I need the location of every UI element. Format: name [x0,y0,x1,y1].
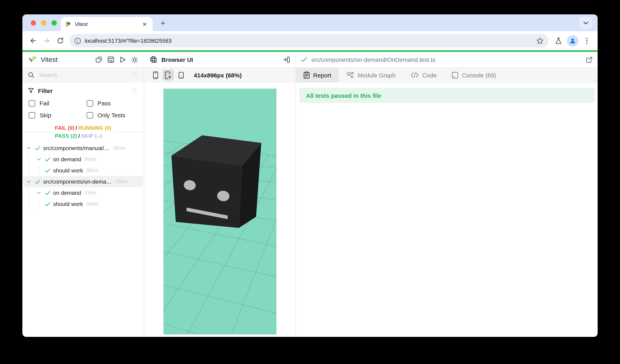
module-graph-icon [346,72,354,79]
stat-skip: SKIP (--) [81,133,102,139]
dashboard-icon[interactable] [108,56,114,63]
screenshot-stage: Vitest ✕ + [0,0,620,364]
back-arrow-icon [30,37,37,44]
code-icon [411,72,419,78]
pass-check-icon [35,146,40,150]
test-file-label: src/components/on-dema… [43,178,112,185]
test-suite-label: on demand [53,189,81,196]
filter-checkbox-skip[interactable]: Skip [29,112,87,118]
tree-row-test[interactable]: should work 55ms [22,165,144,176]
test-duration: 56ms [113,145,125,151]
test-tree: src/components/manual/… 56ms on demand 5… [22,143,144,210]
tree-row-suite[interactable]: on demand 56ms [22,154,144,165]
test-duration: 43ms [84,190,96,196]
url-bar[interactable]: localhost:5173/#/?file=1828625563 [70,34,548,47]
pass-check-icon [45,157,50,161]
current-file-path: src/components/on-demand/OnDemand.test.t… [311,56,435,63]
tab-report[interactable]: Report [296,68,339,82]
back-button[interactable] [26,34,40,47]
checkbox-icon[interactable] [29,112,35,118]
tab-code[interactable]: Code [403,68,444,82]
run-all-icon[interactable] [119,56,126,63]
chevron-down-icon[interactable] [37,191,41,194]
checkbox-icon[interactable] [29,100,35,106]
browser-toolbar: localhost:5173/#/?file=1828625563 [22,31,598,50]
filter-title: Filter [38,87,53,94]
clear-search-filter-icon[interactable] [131,72,138,78]
filter-checkbox-fail[interactable]: Fail [29,100,87,107]
minimize-window-button[interactable] [41,20,46,26]
profile-avatar[interactable] [567,35,578,46]
chevron-down-icon[interactable] [27,180,31,183]
collapse-panels-icon[interactable] [95,56,102,63]
open-external-icon[interactable] [586,56,593,63]
filter-funnel-icon [28,88,34,94]
url-text[interactable]: localhost:5173/#/?file=1828625563 [85,38,536,44]
new-tab-button[interactable]: + [157,18,168,29]
window-controls [31,20,57,26]
test-suite-label: on demand [53,156,81,162]
pass-check-icon [45,168,50,173]
theme-toggle-sun-icon[interactable] [131,56,138,63]
search-bar[interactable] [28,72,138,79]
checkbox-label: Pass [97,100,111,107]
panel-divider[interactable] [296,52,296,337]
reload-button[interactable] [54,34,67,47]
viewport-custom-button[interactable] [163,70,174,81]
menu-button[interactable] [580,34,594,47]
globe-icon [150,56,157,63]
tab-module-graph[interactable]: Module Graph [339,68,403,82]
pass-check-icon [45,202,50,206]
checkbox-icon[interactable] [87,100,93,106]
tab-close-icon[interactable]: ✕ [141,21,149,28]
phone-plus-icon [165,71,171,79]
experiments-button[interactable] [552,34,565,47]
test-duration: 43ms [86,201,98,207]
test-duration: 55ms [86,168,98,173]
tree-row-test[interactable]: should work 43ms [22,198,144,210]
tab-console[interactable]: Console (69) [444,68,504,82]
zoom-window-button[interactable] [51,20,57,26]
tree-row-file[interactable]: src/components/manual/… 56ms [22,143,144,154]
search-input[interactable] [38,72,127,79]
site-info-icon[interactable] [74,37,81,44]
test-sidebar: Filter Fail Pass Skip Only Tests FAIL (0… [22,83,144,337]
forward-button[interactable] [40,34,54,47]
dock-panel-right-icon[interactable] [283,56,290,63]
tests-passed-banner: All tests passed in this file [299,88,595,103]
stat-running: RUNNING (0) [78,125,111,131]
test-viewport[interactable] [163,89,277,335]
filter-checkbox-only-tests[interactable]: Only Tests [87,112,144,118]
stat-pass: PASS (2) [55,133,77,139]
sidebar-divider[interactable] [144,52,144,337]
person-icon [569,37,576,44]
stat-separator: / [77,133,81,139]
chevron-down-icon[interactable] [37,158,41,161]
chevron-down-icon[interactable] [27,147,31,149]
close-window-button[interactable] [31,20,36,26]
3d-scene [163,89,277,335]
pass-check-icon [45,190,50,195]
console-icon [452,72,458,78]
viewport-size-label[interactable]: 414x896px (68%) [194,72,242,78]
tree-row-file-selected[interactable]: src/components/on-dema… 43ms [22,176,144,187]
vitest-logo [28,56,37,64]
app-toolbar: 414x896px (68%) Report Module Graph [22,67,598,83]
flask-icon [555,37,562,44]
phone-small-icon [178,72,184,78]
tree-row-suite[interactable]: on demand 43ms [22,187,144,198]
filter-checkbox-pass[interactable]: Pass [87,100,144,107]
tab-report-label: Report [313,72,331,78]
viewport-phone-button[interactable] [150,70,161,81]
checkbox-label: Only Tests [97,112,125,118]
tab-search-button[interactable] [579,17,592,29]
panel-title: Browser UI [161,56,193,63]
clear-filters-icon[interactable] [131,87,138,94]
bookmark-star-icon[interactable] [536,37,544,44]
brand-label: Vitest [41,56,58,64]
browser-tab[interactable]: Vitest ✕ [61,17,153,31]
browser-window: Vitest ✕ + [22,14,598,337]
report-panel: All tests passed in this file [296,83,598,337]
checkbox-icon[interactable] [87,112,93,118]
viewport-small-button[interactable] [175,70,186,81]
